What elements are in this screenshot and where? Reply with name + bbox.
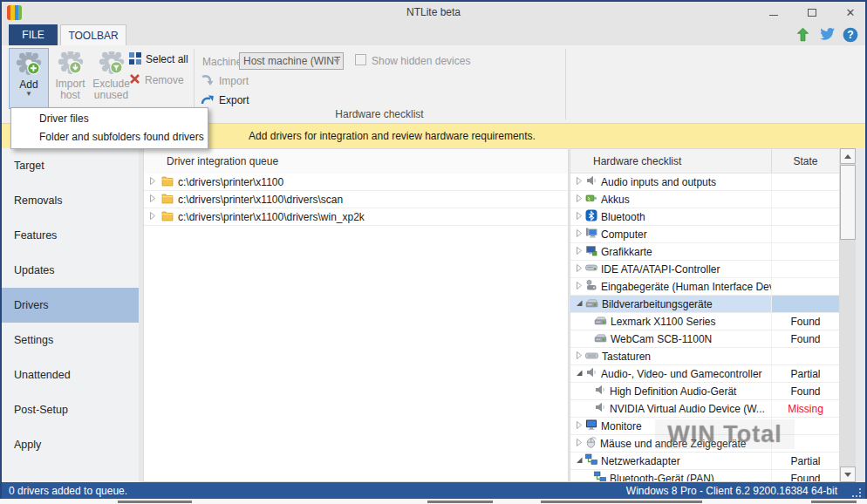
state-column-header[interactable]: State (771, 149, 839, 173)
hardware-row-name: NVIDIA Virtual Audio Device (W... (570, 400, 771, 417)
maximize-button[interactable] (806, 7, 818, 19)
add-button[interactable]: Add▼ (9, 48, 49, 109)
hardware-row[interactable]: IDE ATA/ATAPI-Controller (570, 261, 839, 278)
device-label: NVIDIA Virtual Audio Device (W... (610, 403, 765, 415)
hardware-row[interactable]: Computer (570, 226, 839, 243)
expand-expanded-icon[interactable] (575, 298, 585, 310)
expand-collapsed-icon[interactable] (148, 194, 159, 206)
hardware-row-name: Netzwerkadapter (570, 453, 771, 469)
sidebar-item-features[interactable]: Features (2, 218, 139, 253)
minimize-button[interactable] (768, 7, 780, 19)
close-button[interactable]: ✕ (844, 7, 857, 19)
exclude-unused-button[interactable]: Excludeunused (91, 48, 132, 109)
mouse-icon (585, 436, 597, 451)
sidebar-item-apply[interactable]: Apply (2, 427, 139, 462)
queue-row[interactable]: c:\drivers\printer\x1100\drivers\win_xp2… (144, 208, 568, 226)
expand-collapsed-icon[interactable] (575, 420, 585, 432)
import-host-button[interactable]: Importhost (51, 48, 90, 109)
scanner-icon (594, 315, 607, 329)
scroll-down-button[interactable] (840, 467, 856, 482)
battery-icon (585, 192, 597, 207)
expand-expanded-icon[interactable] (575, 368, 585, 380)
expand-collapsed-icon[interactable] (148, 176, 159, 188)
app-window: NTLite beta ✕ FILE TOOLBAR ? Add▼ Import… (0, 0, 867, 499)
sidebar-item-post-setup[interactable]: Post-Setup (2, 392, 139, 427)
expand-collapsed-icon[interactable] (575, 281, 585, 293)
menu-item[interactable]: Folder and subfolders found drivers (11, 128, 208, 146)
help-icon[interactable]: ? (843, 27, 858, 43)
expand-expanded-icon[interactable] (575, 455, 585, 467)
hardware-row-name: Tastaturen (570, 348, 771, 364)
hardware-row[interactable]: Audio inputs and outputs (570, 174, 839, 191)
update-arrow-icon[interactable] (795, 27, 811, 43)
menu-item[interactable]: Driver files (11, 110, 208, 128)
info-bar-text: Add drivers for integration and review h… (249, 130, 536, 142)
hardware-row[interactable]: High Definition Audio-GerätFound (570, 383, 839, 400)
device-label: High Definition Audio-Gerät (610, 385, 736, 398)
export-button[interactable]: Export (201, 93, 249, 107)
select-all-label: Select all (146, 53, 188, 65)
expand-collapsed-icon[interactable] (575, 176, 585, 188)
expand-collapsed-icon[interactable] (148, 211, 159, 223)
sidebar-item-drivers[interactable]: Drivers (2, 288, 139, 323)
expand-collapsed-icon[interactable] (575, 228, 585, 241)
import-button[interactable]: Import (201, 74, 249, 88)
network-icon (585, 453, 597, 468)
resize-grip[interactable] (850, 487, 861, 497)
background-page-sliver (0, 499, 867, 504)
scrollbar-thumb[interactable] (840, 165, 856, 240)
sidebar-item-target[interactable]: Target (2, 148, 139, 183)
twitter-icon[interactable] (819, 27, 835, 43)
show-hidden-checkbox[interactable] (355, 54, 366, 65)
device-state (771, 243, 839, 260)
hardware-row[interactable]: Eingabegeräte (Human Interface Dev... (570, 278, 839, 296)
tab-file[interactable]: FILE (9, 24, 58, 45)
hardware-row[interactable]: NetzwerkadapterPartial (570, 453, 839, 470)
device-state: Missing (771, 400, 839, 417)
scroll-up-button[interactable] (840, 148, 856, 164)
select-all-button[interactable]: Select all (129, 51, 188, 67)
machine-dropdown[interactable]: Host machine (WINT (239, 52, 344, 70)
monitor-icon (585, 419, 597, 433)
hardware-row[interactable]: Tastaturen (570, 348, 839, 365)
device-state (771, 278, 839, 295)
hardware-row[interactable]: Audio-, Video- und GamecontrollerPartial (570, 365, 839, 383)
import-arrow-icon (201, 74, 214, 89)
keyboard-icon (585, 350, 598, 364)
hardware-column-header[interactable]: Hardware checklist (570, 149, 771, 173)
gear-add-icon (10, 52, 48, 79)
hardware-row[interactable]: Bildverarbeitungsgeräte (570, 296, 839, 313)
hardware-row-name: IDE ATA/ATAPI-Controller (570, 261, 771, 277)
sidebar: TargetRemovalsFeaturesUpdatesDriversSett… (2, 148, 139, 482)
remove-button[interactable]: Remove (129, 72, 184, 88)
sidebar-item-updates[interactable]: Updates (2, 253, 139, 288)
vertical-scrollbar[interactable] (840, 148, 856, 482)
hardware-row-name: Bluetooth (570, 208, 771, 225)
hardware-row[interactable]: Grafikkarte (570, 243, 839, 261)
hardware-row[interactable]: Bluetooth-Gerät (PAN)Found (570, 470, 839, 482)
hardware-row[interactable]: Akkus (570, 191, 839, 208)
hardware-row[interactable]: NVIDIA Virtual Audio Device (W...Missing (570, 400, 839, 418)
ribbon-group-caption: Hardware checklist (194, 108, 565, 120)
folder-icon (161, 210, 174, 224)
tab-toolbar[interactable]: TOOLBAR (60, 24, 126, 45)
remove-x-icon (129, 73, 140, 87)
sidebar-item-removals[interactable]: Removals (2, 183, 139, 218)
hardware-row[interactable]: WebCam SCB-1100NFound (570, 330, 839, 348)
speaker-icon (585, 366, 597, 381)
expand-collapsed-icon[interactable] (575, 263, 585, 276)
expand-collapsed-icon[interactable] (575, 246, 585, 258)
sidebar-item-unattended[interactable]: Unattended (2, 358, 139, 392)
expand-collapsed-icon[interactable] (575, 438, 585, 450)
queue-row[interactable]: c:\drivers\printer\x1100\drivers\scan (144, 191, 568, 208)
device-label: Bildverarbeitungsgeräte (602, 298, 713, 310)
hardware-row-name: Bildverarbeitungsgeräte (570, 296, 771, 312)
hardware-row[interactable]: Lexmark X1100 SeriesFound (570, 313, 839, 330)
hardware-row[interactable]: Bluetooth (570, 208, 839, 226)
queue-row[interactable]: c:\drivers\printer\x1100 (144, 174, 568, 191)
quick-actions: ? (795, 27, 858, 43)
expand-collapsed-icon[interactable] (575, 211, 585, 223)
expand-collapsed-icon[interactable] (575, 351, 585, 363)
sidebar-item-settings[interactable]: Settings (2, 323, 139, 358)
expand-collapsed-icon[interactable] (575, 194, 585, 206)
